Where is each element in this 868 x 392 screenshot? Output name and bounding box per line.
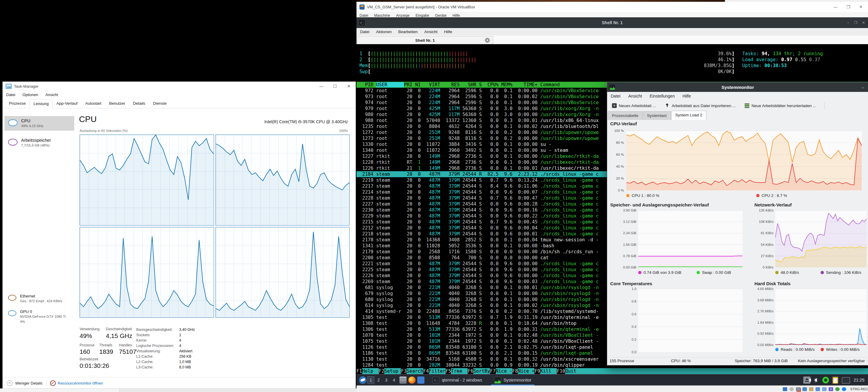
cpu-y-axis: 100 %80 %60 %40 %20 %0 % bbox=[607, 131, 624, 190]
ressourcenmonitor-link[interactable]: Ressourcenmonitor öffnen bbox=[58, 381, 103, 386]
download-worksheets-button[interactable]: Neue Arbeitsblätter herunterladen ... bbox=[742, 102, 818, 109]
qterminal-menubar: Datei Aktionen Bearbeiten Ansicht Hilfe bbox=[356, 28, 868, 36]
restore-button[interactable]: ❐ bbox=[854, 21, 857, 25]
taskbar-button-systemmonitor[interactable]: Systemmonitor bbox=[490, 375, 535, 386]
taskbar-button-qterminal[interactable]: >_ qterminal - 2 windows bbox=[428, 375, 486, 386]
menu-hilfe[interactable]: Hilfe bbox=[444, 30, 452, 34]
optical-disk-status-icon[interactable] bbox=[789, 387, 794, 391]
screenshot-tool-icon[interactable] bbox=[823, 377, 829, 383]
sidebar-item-cpu[interactable]: CPU 49% 4,15 GHz bbox=[4, 116, 74, 131]
workspace-4[interactable]: 4 bbox=[391, 376, 398, 384]
clipboard-icon[interactable] bbox=[833, 377, 838, 384]
close-button[interactable]: ✕ bbox=[862, 21, 865, 25]
taskmanager-window: Task-Manager — ☐ ✕ Datei Optionen Ansich… bbox=[2, 81, 356, 389]
menu-ansicht[interactable]: Ansicht bbox=[424, 30, 437, 34]
toolbar-separator bbox=[825, 102, 825, 110]
memory-legend-dot bbox=[638, 271, 642, 274]
firefox-icon[interactable] bbox=[408, 376, 415, 384]
minimize-button[interactable]: – bbox=[847, 21, 849, 25]
display-status-icon[interactable] bbox=[815, 387, 820, 391]
autoresize-icon[interactable] bbox=[842, 387, 846, 391]
tab-prozesstabelle[interactable]: Prozesstabelle bbox=[608, 111, 643, 120]
workspace-3[interactable]: 3 bbox=[383, 376, 390, 384]
cpu-percent: CPU: 46 % bbox=[671, 359, 691, 363]
workspace-2[interactable]: 2 bbox=[375, 376, 382, 384]
sidebar-item-gpu[interactable]: GPU 0 NVIDIA GeForce GTX 1080 Ti 4% bbox=[4, 307, 74, 326]
menu-maschine[interactable]: Maschine bbox=[374, 13, 390, 18]
menu-datei[interactable]: Datei bbox=[611, 94, 621, 99]
menu-datei[interactable]: Datei bbox=[6, 92, 15, 97]
tab-systemlast[interactable]: Systemlast bbox=[643, 111, 671, 120]
clock[interactable]: 21:25 bbox=[854, 378, 864, 383]
minimize-button[interactable]: — bbox=[833, 4, 838, 9]
maximize-button[interactable]: ❒ bbox=[846, 4, 850, 9]
minimize-button[interactable]: – bbox=[862, 85, 868, 90]
detail-label: Basisgeschwindigkeit: bbox=[136, 328, 181, 332]
workspace-1[interactable]: 1 bbox=[367, 376, 374, 384]
tab-dienste[interactable]: Dienste bbox=[149, 99, 170, 108]
windows-status-icon[interactable] bbox=[822, 387, 827, 391]
menu-datei[interactable]: Datei bbox=[360, 30, 370, 34]
maximize-button[interactable]: ☐ bbox=[328, 82, 342, 91]
start-menu-icon[interactable] bbox=[359, 376, 367, 384]
menu-einstellungen[interactable]: Einstellungen bbox=[650, 94, 675, 99]
qterminal-titlebar[interactable]: >_ Shell Nr. 1 – ❐ ✕ bbox=[356, 17, 868, 28]
volume-icon[interactable] bbox=[814, 378, 817, 382]
taskmanager-titlebar[interactable]: Task-Manager — ☐ ✕ bbox=[3, 82, 355, 91]
taskmanager-app-icon bbox=[6, 84, 11, 89]
ethernet-thumbnail-icon bbox=[8, 295, 17, 301]
systemmonitor-titlebar[interactable]: Systemmonitor – bbox=[607, 82, 868, 92]
cpu-history-chart bbox=[626, 131, 862, 190]
menu-optionen[interactable]: Optionen bbox=[22, 92, 38, 97]
menu-ansicht[interactable]: Ansicht bbox=[45, 92, 58, 97]
menu-datei[interactable]: Datei bbox=[360, 13, 368, 18]
host-taskbar-segment bbox=[0, 389, 120, 392]
detail-label: Kerne: bbox=[136, 338, 181, 342]
menu-eingabe[interactable]: Eingabe bbox=[415, 13, 429, 18]
menu-bearbeiten[interactable]: Bearbeiten bbox=[398, 30, 417, 34]
tab-details[interactable]: Details bbox=[129, 99, 149, 108]
sidebar-item-arbeitsspeicher[interactable]: Arbeitsspeicher 7,7/15,9 GB (48%) bbox=[4, 135, 74, 150]
tab-app-verlauf[interactable]: App-Verlauf bbox=[53, 99, 82, 108]
mouse-integration-icon[interactable] bbox=[835, 387, 840, 391]
menu-hilfe[interactable]: Hilfe bbox=[453, 13, 460, 18]
menu-ansicht[interactable]: Ansicht bbox=[628, 94, 642, 99]
tab-prozesse[interactable]: Prozesse bbox=[5, 99, 30, 108]
import-worksheet-button[interactable]: Arbeitsblatt aus Datei importieren ... bbox=[662, 102, 738, 109]
new-worksheet-button[interactable]: + Neues Arbeitsblatt ... bbox=[610, 102, 658, 109]
close-button[interactable]: ✕ bbox=[342, 82, 355, 91]
tab-autostart[interactable]: Autostart bbox=[82, 99, 105, 108]
network-status-icon[interactable] bbox=[796, 387, 800, 391]
menu-aktionen[interactable]: Aktionen bbox=[376, 30, 392, 34]
htop-function-bar[interactable]: F1Help F2Setup F3SearchF4FilterF5Tree F6… bbox=[356, 368, 868, 374]
host-taskbar[interactable] bbox=[0, 388, 356, 392]
detail-value: 256 KB bbox=[179, 355, 191, 359]
menu-geraete[interactable]: Geräte bbox=[435, 13, 446, 18]
cpu-usage-graph bbox=[80, 135, 350, 318]
system-monitor-icon bbox=[494, 376, 501, 384]
usb-status-icon[interactable] bbox=[802, 387, 807, 391]
terminal-tab[interactable]: Shell Nr. 1 ✕ bbox=[357, 36, 493, 44]
close-button[interactable]: ✕ bbox=[859, 4, 863, 9]
htop-summary-line: Tasks: 94, 134 thr; 2 running bbox=[742, 51, 823, 57]
tab-close-icon[interactable]: ✕ bbox=[485, 38, 490, 43]
menu-anzeige[interactable]: Anzeige bbox=[396, 13, 409, 18]
display-icon[interactable] bbox=[842, 377, 850, 384]
files-icon[interactable] bbox=[417, 376, 425, 384]
tab-system-load-2[interactable]: System Load 2 bbox=[671, 111, 707, 120]
taskmanager-tabs: Prozesse Leistung App-Verlauf Autostart … bbox=[3, 99, 355, 108]
minimize-button[interactable]: — bbox=[314, 82, 328, 91]
shared-folder-status-icon[interactable] bbox=[809, 387, 813, 391]
virtualbox-titlebar[interactable]: VM_CS_GSM_Server [wird ausgeführt] - Ora… bbox=[356, 2, 868, 12]
tab-benutzer[interactable]: Benutzer bbox=[105, 99, 129, 108]
tab-leistung[interactable]: Leistung bbox=[30, 99, 53, 108]
desktop: Task-Manager — ☐ ✕ Datei Optionen Ansich… bbox=[0, 0, 868, 392]
axis-tick-label: 54 KiB/s bbox=[761, 243, 774, 246]
file-manager-icon[interactable] bbox=[399, 376, 407, 384]
receiving-legend-dot bbox=[775, 271, 779, 274]
sidebar-item-ethernet[interactable]: Ethernet Ges.: 872 Empf.: 424 KBit/s bbox=[4, 291, 74, 306]
weniger-details-button[interactable]: Weniger Details bbox=[15, 381, 42, 386]
menu-hilfe[interactable]: Hilfe bbox=[683, 94, 691, 99]
vbox-feature-icon[interactable]: V bbox=[829, 387, 833, 391]
harddisk-status-icon[interactable] bbox=[783, 387, 787, 391]
